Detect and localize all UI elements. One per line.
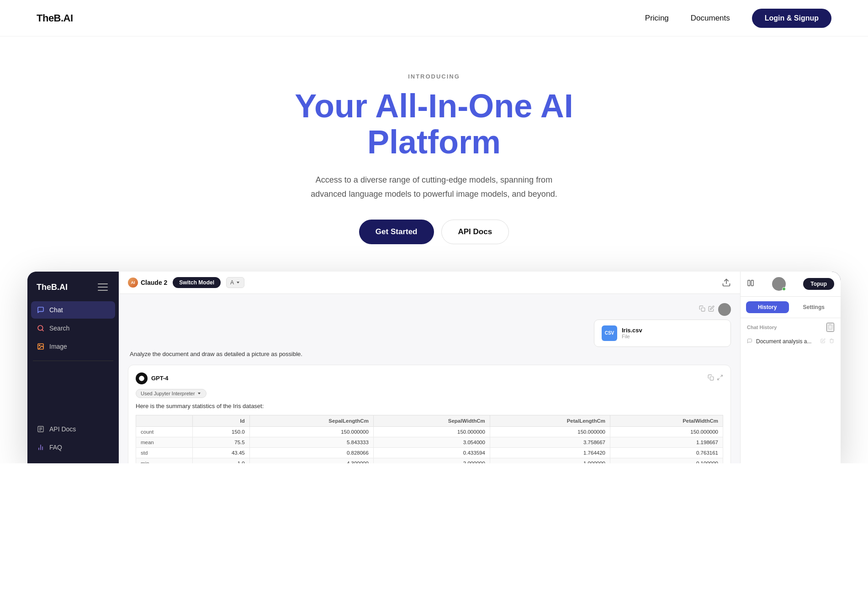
table-cell: 0.828066 (249, 447, 373, 458)
api-docs-button[interactable]: API Docs (441, 220, 509, 244)
jupyter-label: Used Jupyter Interpreter (141, 391, 195, 396)
svg-rect-12 (701, 308, 705, 311)
model-badge: AI Claude 2 (128, 278, 167, 288)
navbar: TheB.AI Pricing Documents Login & Signup (0, 0, 868, 37)
sidebar-item-faq[interactable]: FAQ (31, 439, 115, 456)
table-cell: 0.763161 (610, 447, 723, 458)
edit-button[interactable] (708, 305, 715, 313)
tab-settings[interactable]: Settings (793, 301, 836, 313)
ai-copy-button[interactable] (708, 374, 714, 382)
get-started-button[interactable]: Get Started (359, 220, 434, 244)
main-header: AI Claude 2 Switch Model A (119, 272, 740, 294)
table-cell: 150.000000 (249, 426, 373, 437)
sidebar-toggle-button[interactable] (98, 283, 108, 291)
sidebar-item-label-search: Search (49, 325, 69, 332)
ai-copy-icon (708, 374, 714, 381)
ai-summary-text: Here is the summary statistics of the Ir… (136, 403, 723, 409)
panel-icon-button[interactable] (747, 279, 754, 288)
jupyter-badge[interactable]: Used Jupyter Interpreter (136, 389, 206, 398)
hero-intro-label: INTRODUCING (18, 73, 850, 80)
table-cell: mean (136, 437, 193, 447)
sidebar-item-search[interactable]: Search (31, 320, 115, 337)
sidebar-item-chat[interactable]: Chat (31, 301, 115, 319)
history-item[interactable]: Document analysis a... (741, 335, 841, 349)
app-preview: TheB.AI Chat (27, 272, 841, 463)
copy-button[interactable] (699, 305, 705, 313)
svg-point-3 (39, 345, 40, 346)
chat-history-label-text: Chat History (747, 325, 777, 330)
online-status-dot (782, 287, 786, 291)
history-edit-button[interactable] (820, 338, 826, 345)
hero-description: Access to a diverse range of cutting-edg… (306, 173, 562, 201)
nav-link-pricing[interactable]: Pricing (645, 14, 669, 23)
col-header-stat (136, 415, 193, 426)
table-cell: 150.000000 (610, 426, 723, 437)
trash-icon (827, 324, 833, 330)
svg-point-13 (139, 376, 144, 381)
app-preview-wrapper: TheB.AI Chat (0, 272, 868, 463)
panel-tabs: History Settings (741, 297, 841, 318)
chat-area: CSV Iris.csv File Analyze the document a… (119, 294, 740, 463)
sidebar-item-label-faq: FAQ (49, 444, 62, 451)
svg-line-16 (718, 378, 720, 380)
col-header-sepal-width: SepalWidthCm (373, 415, 490, 426)
ai-model-icon (136, 372, 148, 384)
history-edit-icon (820, 338, 826, 343)
sidebar: TheB.AI Chat (27, 272, 119, 463)
sidebar-item-label-chat: Chat (49, 306, 63, 314)
user-message-header (128, 303, 731, 316)
nav-logo: TheB.AI (37, 12, 73, 24)
table-cell: count (136, 426, 193, 437)
hero-title-line2: Platform (367, 124, 501, 160)
switch-model-button[interactable]: Switch Model (173, 277, 221, 288)
login-signup-button[interactable]: Login & Signup (752, 9, 831, 28)
ai-model-name: GPT-4 (151, 375, 169, 382)
table-row: mean75.55.8433333.0540003.7586671.198667 (136, 437, 723, 447)
history-item-icon (747, 338, 752, 345)
nav-link-documents[interactable]: Documents (691, 14, 730, 23)
history-chat-icon (747, 338, 752, 344)
table-cell: 0.100000 (610, 458, 723, 463)
table-cell: std (136, 447, 193, 458)
jupyter-chevron-icon (197, 391, 201, 396)
user-message-text: Analyze the document and draw as detaile… (128, 351, 731, 357)
message-actions (699, 305, 715, 313)
table-cell: 0.433594 (373, 447, 490, 458)
upload-button[interactable] (722, 278, 731, 287)
right-panel: Topup History Settings Chat History (740, 272, 841, 463)
file-info: Iris.csv File (622, 327, 642, 339)
sidebar-item-image[interactable]: Image (31, 338, 115, 355)
svg-line-1 (42, 330, 43, 331)
image-icon (37, 342, 45, 351)
topup-button[interactable]: Topup (803, 278, 834, 290)
user-avatar-panel (772, 277, 786, 291)
ai-message-actions (708, 374, 723, 382)
edit-icon (708, 305, 715, 312)
ai-expand-button[interactable] (717, 374, 723, 382)
table-cell: 4.300000 (249, 458, 373, 463)
sidebar-item-label-image: Image (49, 343, 67, 350)
svg-rect-17 (748, 280, 750, 286)
gpt-icon (138, 375, 145, 382)
table-cell: 150.000000 (373, 426, 490, 437)
history-item-text: Document analysis a... (756, 338, 817, 345)
right-panel-header: Topup (741, 272, 841, 297)
table-cell: 1.198667 (610, 437, 723, 447)
panel-toggle-icon (747, 279, 754, 287)
sidebar-item-label-apidocs: API Docs (49, 425, 76, 433)
tab-history[interactable]: History (746, 301, 789, 313)
sidebar-item-apidocs[interactable]: API Docs (31, 420, 115, 438)
table-cell: 1.764420 (490, 447, 610, 458)
history-delete-button[interactable] (829, 338, 834, 345)
delete-all-button[interactable] (826, 323, 834, 332)
sidebar-logo: TheB.AI (27, 279, 119, 301)
format-button[interactable]: A (226, 277, 244, 288)
user-file-card: CSV Iris.csv File (594, 320, 731, 347)
table-cell: min (136, 458, 193, 463)
table-row: count150.0150.000000150.000000150.000000… (136, 426, 723, 437)
format-icon: A (230, 279, 234, 286)
user-avatar (718, 303, 731, 316)
svg-rect-14 (710, 377, 714, 380)
svg-rect-18 (751, 280, 753, 286)
table-cell: 150.0 (193, 426, 249, 437)
